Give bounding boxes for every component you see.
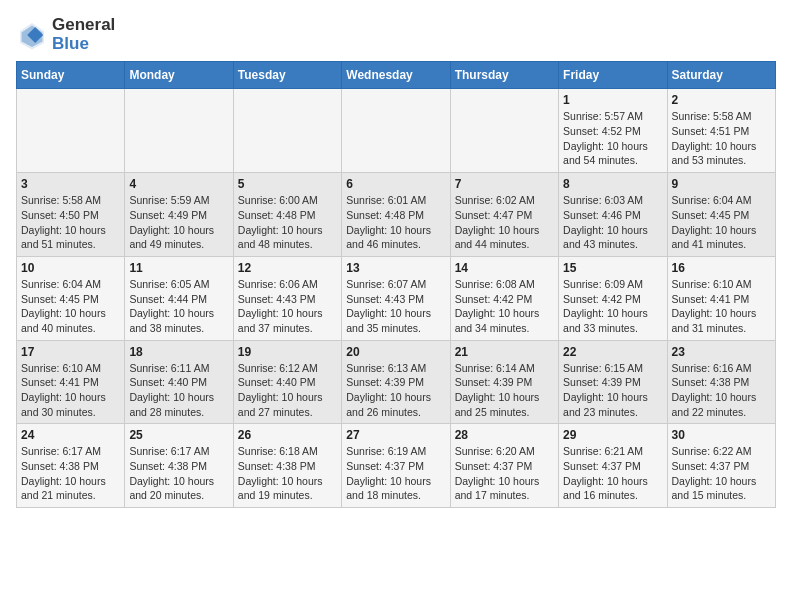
day-info: Sunrise: 5:58 AMSunset: 4:50 PMDaylight:… — [21, 193, 120, 252]
day-info: Sunrise: 6:10 AMSunset: 4:41 PMDaylight:… — [672, 277, 771, 336]
day-cell: 1Sunrise: 5:57 AMSunset: 4:52 PMDaylight… — [559, 89, 667, 173]
day-number: 10 — [21, 261, 120, 275]
day-number: 27 — [346, 428, 445, 442]
day-number: 23 — [672, 345, 771, 359]
day-cell: 24Sunrise: 6:17 AMSunset: 4:38 PMDayligh… — [17, 424, 125, 508]
day-info: Sunrise: 6:01 AMSunset: 4:48 PMDaylight:… — [346, 193, 445, 252]
day-number: 18 — [129, 345, 228, 359]
day-info: Sunrise: 6:08 AMSunset: 4:42 PMDaylight:… — [455, 277, 554, 336]
day-number: 22 — [563, 345, 662, 359]
day-header-friday: Friday — [559, 62, 667, 89]
day-cell — [450, 89, 558, 173]
day-info: Sunrise: 5:57 AMSunset: 4:52 PMDaylight:… — [563, 109, 662, 168]
logo-text: General Blue — [52, 16, 115, 53]
day-cell — [233, 89, 341, 173]
day-header-wednesday: Wednesday — [342, 62, 450, 89]
day-cell: 25Sunrise: 6:17 AMSunset: 4:38 PMDayligh… — [125, 424, 233, 508]
day-info: Sunrise: 6:19 AMSunset: 4:37 PMDaylight:… — [346, 444, 445, 503]
day-cell: 2Sunrise: 5:58 AMSunset: 4:51 PMDaylight… — [667, 89, 775, 173]
day-info: Sunrise: 6:22 AMSunset: 4:37 PMDaylight:… — [672, 444, 771, 503]
day-number: 19 — [238, 345, 337, 359]
day-info: Sunrise: 5:58 AMSunset: 4:51 PMDaylight:… — [672, 109, 771, 168]
day-number: 8 — [563, 177, 662, 191]
day-number: 17 — [21, 345, 120, 359]
day-number: 4 — [129, 177, 228, 191]
week-row-3: 10Sunrise: 6:04 AMSunset: 4:45 PMDayligh… — [17, 256, 776, 340]
page-header: General Blue — [16, 16, 776, 53]
day-info: Sunrise: 6:13 AMSunset: 4:39 PMDaylight:… — [346, 361, 445, 420]
day-number: 15 — [563, 261, 662, 275]
day-cell: 16Sunrise: 6:10 AMSunset: 4:41 PMDayligh… — [667, 256, 775, 340]
day-cell: 23Sunrise: 6:16 AMSunset: 4:38 PMDayligh… — [667, 340, 775, 424]
day-header-monday: Monday — [125, 62, 233, 89]
day-number: 26 — [238, 428, 337, 442]
week-row-5: 24Sunrise: 6:17 AMSunset: 4:38 PMDayligh… — [17, 424, 776, 508]
day-cell — [17, 89, 125, 173]
day-info: Sunrise: 6:16 AMSunset: 4:38 PMDaylight:… — [672, 361, 771, 420]
day-info: Sunrise: 6:15 AMSunset: 4:39 PMDaylight:… — [563, 361, 662, 420]
day-info: Sunrise: 6:06 AMSunset: 4:43 PMDaylight:… — [238, 277, 337, 336]
day-number: 6 — [346, 177, 445, 191]
day-number: 14 — [455, 261, 554, 275]
day-cell: 19Sunrise: 6:12 AMSunset: 4:40 PMDayligh… — [233, 340, 341, 424]
day-number: 25 — [129, 428, 228, 442]
day-number: 24 — [21, 428, 120, 442]
day-info: Sunrise: 6:09 AMSunset: 4:42 PMDaylight:… — [563, 277, 662, 336]
day-info: Sunrise: 6:10 AMSunset: 4:41 PMDaylight:… — [21, 361, 120, 420]
day-cell: 11Sunrise: 6:05 AMSunset: 4:44 PMDayligh… — [125, 256, 233, 340]
day-header-tuesday: Tuesday — [233, 62, 341, 89]
day-cell — [125, 89, 233, 173]
day-info: Sunrise: 6:04 AMSunset: 4:45 PMDaylight:… — [21, 277, 120, 336]
week-row-2: 3Sunrise: 5:58 AMSunset: 4:50 PMDaylight… — [17, 173, 776, 257]
logo: General Blue — [16, 16, 115, 53]
day-number: 12 — [238, 261, 337, 275]
day-cell: 30Sunrise: 6:22 AMSunset: 4:37 PMDayligh… — [667, 424, 775, 508]
day-number: 20 — [346, 345, 445, 359]
day-info: Sunrise: 6:17 AMSunset: 4:38 PMDaylight:… — [129, 444, 228, 503]
day-cell: 22Sunrise: 6:15 AMSunset: 4:39 PMDayligh… — [559, 340, 667, 424]
day-header-sunday: Sunday — [17, 62, 125, 89]
day-info: Sunrise: 6:21 AMSunset: 4:37 PMDaylight:… — [563, 444, 662, 503]
day-cell — [342, 89, 450, 173]
day-cell: 17Sunrise: 6:10 AMSunset: 4:41 PMDayligh… — [17, 340, 125, 424]
week-row-1: 1Sunrise: 5:57 AMSunset: 4:52 PMDaylight… — [17, 89, 776, 173]
day-cell: 12Sunrise: 6:06 AMSunset: 4:43 PMDayligh… — [233, 256, 341, 340]
day-number: 28 — [455, 428, 554, 442]
day-info: Sunrise: 6:11 AMSunset: 4:40 PMDaylight:… — [129, 361, 228, 420]
day-cell: 10Sunrise: 6:04 AMSunset: 4:45 PMDayligh… — [17, 256, 125, 340]
day-info: Sunrise: 6:07 AMSunset: 4:43 PMDaylight:… — [346, 277, 445, 336]
day-number: 7 — [455, 177, 554, 191]
day-cell: 9Sunrise: 6:04 AMSunset: 4:45 PMDaylight… — [667, 173, 775, 257]
header-row: SundayMondayTuesdayWednesdayThursdayFrid… — [17, 62, 776, 89]
day-cell: 8Sunrise: 6:03 AMSunset: 4:46 PMDaylight… — [559, 173, 667, 257]
day-cell: 5Sunrise: 6:00 AMSunset: 4:48 PMDaylight… — [233, 173, 341, 257]
day-info: Sunrise: 6:00 AMSunset: 4:48 PMDaylight:… — [238, 193, 337, 252]
day-info: Sunrise: 6:04 AMSunset: 4:45 PMDaylight:… — [672, 193, 771, 252]
day-cell: 27Sunrise: 6:19 AMSunset: 4:37 PMDayligh… — [342, 424, 450, 508]
day-number: 21 — [455, 345, 554, 359]
day-cell: 18Sunrise: 6:11 AMSunset: 4:40 PMDayligh… — [125, 340, 233, 424]
day-cell: 29Sunrise: 6:21 AMSunset: 4:37 PMDayligh… — [559, 424, 667, 508]
day-number: 13 — [346, 261, 445, 275]
day-header-thursday: Thursday — [450, 62, 558, 89]
day-info: Sunrise: 6:20 AMSunset: 4:37 PMDaylight:… — [455, 444, 554, 503]
day-cell: 4Sunrise: 5:59 AMSunset: 4:49 PMDaylight… — [125, 173, 233, 257]
day-info: Sunrise: 5:59 AMSunset: 4:49 PMDaylight:… — [129, 193, 228, 252]
day-info: Sunrise: 6:12 AMSunset: 4:40 PMDaylight:… — [238, 361, 337, 420]
day-info: Sunrise: 6:05 AMSunset: 4:44 PMDaylight:… — [129, 277, 228, 336]
day-cell: 20Sunrise: 6:13 AMSunset: 4:39 PMDayligh… — [342, 340, 450, 424]
day-number: 3 — [21, 177, 120, 191]
day-cell: 6Sunrise: 6:01 AMSunset: 4:48 PMDaylight… — [342, 173, 450, 257]
logo-icon — [16, 19, 48, 51]
calendar-table: SundayMondayTuesdayWednesdayThursdayFrid… — [16, 61, 776, 508]
day-number: 30 — [672, 428, 771, 442]
day-cell: 15Sunrise: 6:09 AMSunset: 4:42 PMDayligh… — [559, 256, 667, 340]
day-cell: 26Sunrise: 6:18 AMSunset: 4:38 PMDayligh… — [233, 424, 341, 508]
day-header-saturday: Saturday — [667, 62, 775, 89]
day-number: 11 — [129, 261, 228, 275]
day-number: 1 — [563, 93, 662, 107]
week-row-4: 17Sunrise: 6:10 AMSunset: 4:41 PMDayligh… — [17, 340, 776, 424]
day-cell: 3Sunrise: 5:58 AMSunset: 4:50 PMDaylight… — [17, 173, 125, 257]
day-cell: 21Sunrise: 6:14 AMSunset: 4:39 PMDayligh… — [450, 340, 558, 424]
day-number: 29 — [563, 428, 662, 442]
